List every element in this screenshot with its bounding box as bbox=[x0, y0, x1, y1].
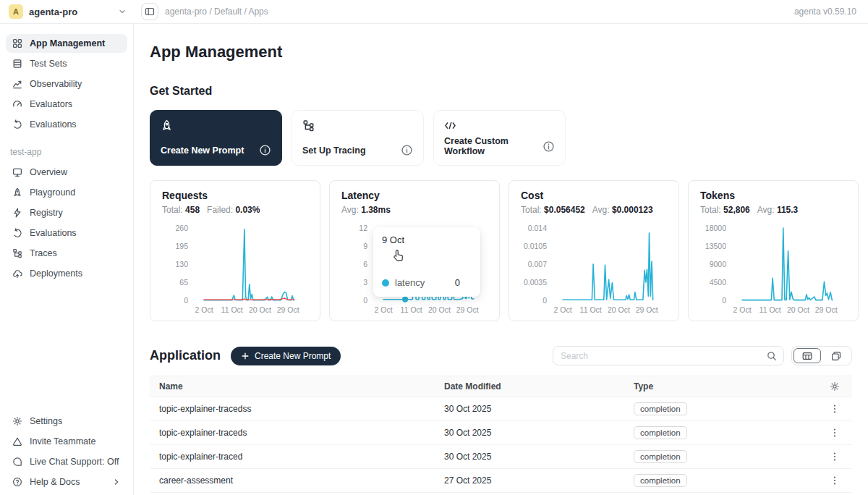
svg-text:0: 0 bbox=[542, 296, 547, 305]
sidebar-item-label: Overview bbox=[30, 167, 67, 177]
sidebar-item-help-docs[interactable]: Help & Docs bbox=[6, 473, 127, 491]
sidebar-group-label: test-app bbox=[0, 147, 133, 157]
sidebar: App Management Test Sets Observability E… bbox=[0, 24, 134, 495]
sidebar-item-label: Observability bbox=[30, 79, 82, 89]
table-row[interactable]: career-assessment 27 Oct 2025 completion bbox=[150, 469, 852, 493]
table-view-button[interactable] bbox=[793, 348, 821, 363]
requests-line-chart[interactable]: 2601951306502 Oct11 Oct20 Oct29 Oct bbox=[162, 221, 308, 316]
svg-text:29 Oct: 29 Oct bbox=[456, 305, 479, 314]
svg-text:20 Oct: 20 Oct bbox=[787, 305, 809, 314]
svg-text:0.014: 0.014 bbox=[528, 224, 547, 232]
svg-text:18000: 18000 bbox=[705, 224, 726, 232]
svg-text:11 Oct: 11 Oct bbox=[580, 305, 602, 314]
tooltip-value: 0 bbox=[455, 277, 460, 288]
table-row[interactable]: topic-explainer-traceds 30 Oct 2025 comp… bbox=[150, 421, 852, 445]
svg-text:20 Oct: 20 Oct bbox=[249, 305, 271, 314]
get-started-cards: Create New Prompt Set Up Tracing Create … bbox=[150, 110, 852, 166]
card-view-icon bbox=[831, 351, 841, 361]
card-view-button[interactable] bbox=[822, 348, 850, 363]
search-input[interactable] bbox=[553, 351, 760, 361]
get-started-title: Get Started bbox=[150, 85, 852, 98]
date-modified-cell: 30 Oct 2025 bbox=[444, 452, 634, 462]
row-actions-kebab-icon[interactable] bbox=[817, 475, 852, 486]
app-table-body: topic-explainer-tracedss 30 Oct 2025 com… bbox=[150, 397, 852, 493]
create-new-prompt-button[interactable]: Create New Prompt bbox=[231, 347, 341, 365]
info-icon[interactable] bbox=[259, 144, 271, 156]
sidebar-item-registry[interactable]: Registry bbox=[6, 203, 127, 222]
tokens-line-chart[interactable]: 18000135009000450002 Oct11 Oct20 Oct29 O… bbox=[700, 221, 846, 316]
sidebar-item-label: Evaluations bbox=[30, 228, 77, 238]
chart-tooltip: 9 Oct latency 0 bbox=[373, 227, 480, 297]
info-icon[interactable] bbox=[401, 144, 413, 156]
svg-text:20 Oct: 20 Oct bbox=[608, 305, 630, 314]
metrics-cards: Requests Total: 458Failed: 0.03% 2601951… bbox=[150, 180, 852, 321]
sidebar-item-label: App Management bbox=[30, 38, 105, 48]
svg-text:6: 6 bbox=[363, 260, 367, 268]
refresh-icon bbox=[12, 119, 22, 130]
sidebar-item-playground[interactable]: Playground bbox=[6, 183, 127, 202]
sidebar-item-label: Registry bbox=[30, 208, 63, 218]
svg-text:20 Oct: 20 Oct bbox=[428, 305, 451, 314]
sidebar-collapse-button[interactable] bbox=[141, 3, 158, 20]
svg-text:2 Oct: 2 Oct bbox=[195, 305, 213, 314]
sidebar-item-deployments[interactable]: Deployments bbox=[6, 264, 127, 283]
svg-text:12: 12 bbox=[359, 224, 367, 232]
mouse-cursor-icon bbox=[391, 248, 407, 263]
sidebar-item-evaluators[interactable]: Evaluators bbox=[6, 95, 127, 114]
svg-text:13500: 13500 bbox=[705, 242, 726, 250]
sidebar-item-label: Settings bbox=[30, 416, 62, 426]
bolt-icon bbox=[12, 208, 22, 218]
svg-text:9: 9 bbox=[363, 242, 367, 250]
svg-text:11 Oct: 11 Oct bbox=[401, 305, 422, 314]
cost-chart-card: Cost Total: $0.056452Avg: $0.000123 0.01… bbox=[509, 180, 679, 321]
column-header-date-modified[interactable]: Date Modified bbox=[444, 381, 634, 392]
date-modified-cell: 30 Oct 2025 bbox=[444, 428, 634, 438]
sidebar-item-traces[interactable]: Traces bbox=[6, 244, 127, 263]
sidebar-item-overview[interactable]: Overview bbox=[6, 163, 127, 182]
svg-text:11 Oct: 11 Oct bbox=[221, 305, 243, 314]
row-actions-kebab-icon[interactable] bbox=[817, 452, 852, 462]
tooltip-date: 9 Oct bbox=[382, 234, 472, 245]
svg-text:9000: 9000 bbox=[710, 260, 727, 268]
latency-chart-card: Latency Avg: 1.38ms 1296302 Oct11 Oct20 … bbox=[329, 180, 500, 321]
info-icon[interactable] bbox=[542, 140, 555, 153]
breadcrumb[interactable]: agenta-pro / Default / Apps bbox=[165, 7, 268, 17]
svg-text:0.0035: 0.0035 bbox=[524, 278, 547, 287]
sidebar-item-observability[interactable]: Observability bbox=[6, 75, 127, 93]
row-actions-kebab-icon[interactable] bbox=[817, 428, 852, 438]
table-row[interactable]: topic-explainer-tracedss 30 Oct 2025 com… bbox=[150, 397, 852, 421]
type-cell: completion bbox=[634, 474, 817, 487]
applications-table: Name Date Modified Type topic-explainer-… bbox=[150, 376, 852, 493]
sidebar-item-live-chat-support[interactable]: Live Chat Support: Off bbox=[6, 452, 127, 471]
table-settings-gear-icon[interactable] bbox=[817, 381, 852, 392]
table-row[interactable]: topic-explainer-traced 30 Oct 2025 compl… bbox=[150, 445, 852, 469]
gear-icon bbox=[12, 416, 22, 426]
workspace-selector[interactable]: A agenta-pro bbox=[0, 4, 134, 19]
row-actions-kebab-icon[interactable] bbox=[817, 404, 852, 414]
search-icon[interactable] bbox=[760, 347, 783, 365]
sidebar-item-app-evaluations[interactable]: Evaluations bbox=[6, 224, 127, 242]
test-sets-icon bbox=[12, 59, 22, 69]
create-new-prompt-card[interactable]: Create New Prompt bbox=[150, 110, 282, 166]
sidebar-item-app-management[interactable]: App Management bbox=[6, 34, 127, 53]
svg-text:260: 260 bbox=[175, 224, 188, 232]
sidebar-item-label: Invite Teammate bbox=[30, 436, 95, 447]
triangle-icon bbox=[12, 436, 22, 447]
sidebar-item-test-sets[interactable]: Test Sets bbox=[6, 54, 127, 73]
column-header-type[interactable]: Type bbox=[634, 381, 817, 392]
svg-text:130: 130 bbox=[175, 260, 188, 268]
sidebar-item-evaluations[interactable]: Evaluations bbox=[6, 115, 127, 134]
sidebar-item-invite-teammate[interactable]: Invite Teammate bbox=[6, 432, 127, 451]
legend-dot bbox=[382, 279, 389, 287]
set-up-tracing-card[interactable]: Set Up Tracing bbox=[292, 110, 424, 166]
sidebar-item-label: Traces bbox=[30, 248, 57, 258]
svg-text:29 Oct: 29 Oct bbox=[636, 305, 658, 314]
svg-text:29 Oct: 29 Oct bbox=[815, 305, 838, 314]
workspace-name: agenta-pro bbox=[29, 7, 77, 17]
cost-line-chart[interactable]: 0.0140.01050.0070.003502 Oct11 Oct20 Oct… bbox=[521, 221, 667, 316]
chart-title: Requests bbox=[162, 190, 308, 201]
create-custom-workflow-card[interactable]: Create Custom Workflow bbox=[433, 110, 566, 166]
card-label: Create New Prompt bbox=[161, 145, 244, 156]
column-header-name[interactable]: Name bbox=[150, 381, 444, 392]
sidebar-item-settings[interactable]: Settings bbox=[6, 412, 127, 431]
